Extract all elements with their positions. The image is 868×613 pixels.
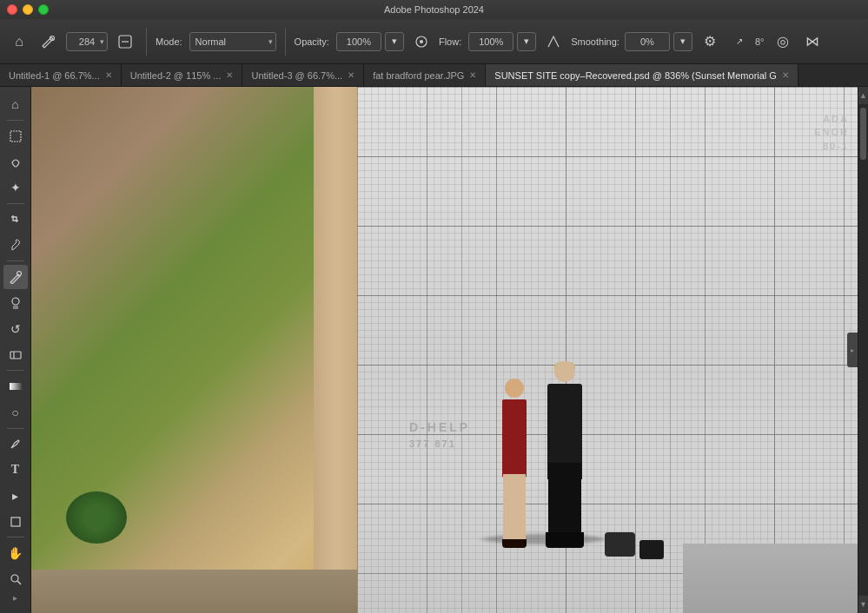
mode-dropdown[interactable]: Normal Multiply Screen: [189, 32, 276, 51]
opacity-input[interactable]: 100%: [336, 32, 381, 51]
canvas-content: ADA ENOR 80-1 D-HELP 377 871: [31, 87, 858, 613]
tab-close-3[interactable]: ✕: [469, 71, 476, 80]
canvas-scroll-right[interactable]: ▸: [847, 333, 858, 367]
angle-adj-icon[interactable]: ↗: [727, 30, 752, 54]
opacity-options-icon[interactable]: ▾: [385, 32, 404, 51]
lasso-tool[interactable]: [3, 149, 28, 174]
svg-point-7: [12, 298, 19, 305]
shape-tool[interactable]: [3, 510, 28, 534]
woman-head: [505, 379, 524, 398]
scrollbar-down-arrow[interactable]: ▼: [858, 596, 868, 613]
svg-rect-11: [11, 517, 20, 526]
angle-input-group: ↗ 8°: [727, 30, 766, 54]
hand-tool[interactable]: ✋: [3, 541, 28, 565]
flow-options-icon[interactable]: ▾: [517, 32, 536, 51]
tab-close-0[interactable]: ✕: [105, 71, 112, 80]
smoothing-input[interactable]: 0%: [625, 32, 670, 51]
woman-figure: [492, 379, 537, 548]
smoothing-options-icon[interactable]: ▾: [673, 32, 692, 51]
title-bar: Adobe Photoshop 2024: [0, 0, 868, 19]
left-sep-2: [7, 203, 24, 204]
history-brush-tool[interactable]: ↺: [3, 317, 28, 341]
move-tool[interactable]: ⌂: [3, 92, 28, 116]
svg-rect-5: [10, 131, 21, 142]
svg-rect-10: [10, 383, 22, 390]
zoom-tool[interactable]: [3, 567, 28, 591]
image-right-wall: ADA ENOR 80-1 D-HELP 377 871: [357, 87, 858, 613]
woman-legs: [503, 474, 526, 548]
tab-fat-bradford[interactable]: fat bradford pear.JPG ✕: [364, 64, 486, 86]
pen-tool[interactable]: [3, 432, 28, 457]
eyedropper-tool[interactable]: [3, 234, 28, 258]
brush-tool-icon[interactable]: [36, 30, 61, 54]
home-icon[interactable]: ⌂: [7, 30, 31, 54]
target-icon[interactable]: ◎: [771, 30, 795, 54]
settings-icon[interactable]: ⚙: [698, 30, 722, 54]
wall-text-top: ADA ENOR 80-1: [814, 113, 849, 153]
stone-column: [314, 87, 357, 613]
eraser-tool[interactable]: [3, 342, 28, 366]
svg-rect-8: [10, 352, 21, 359]
angle-icon[interactable]: [541, 30, 566, 54]
wall-vert-3: [670, 87, 671, 613]
dodge-tool[interactable]: ○: [3, 400, 28, 425]
crop-tool[interactable]: [3, 208, 28, 232]
opacity-input-group: 100% ▾: [336, 32, 404, 51]
wall-line-4: [357, 365, 858, 366]
tab-untitled-1[interactable]: Untitled-1 @ 66.7%... ✕: [0, 64, 122, 86]
airbrush-icon[interactable]: [409, 30, 434, 54]
scrollbar-right[interactable]: ▲ ▼: [858, 87, 868, 613]
angle-value-label: 8°: [755, 36, 765, 47]
wall-text-mid-line2: 377 871: [409, 437, 470, 452]
symmetry-icon[interactable]: ⋈: [800, 30, 825, 54]
brush-size-dropdown-wrapper[interactable]: 284: [66, 32, 108, 51]
svg-point-12: [11, 575, 18, 582]
svg-line-13: [17, 581, 21, 584]
canvas-area[interactable]: ADA ENOR 80-1 D-HELP 377 871: [31, 87, 858, 613]
bag-2: [639, 540, 664, 559]
type-tool[interactable]: T: [3, 458, 28, 482]
scrollbar-up-arrow[interactable]: ▲: [858, 87, 868, 104]
ground-pavement: [683, 544, 858, 613]
bag-1: [605, 532, 635, 557]
toolbar-scroll-arrow[interactable]: ▸: [13, 593, 17, 603]
tab-label: fat bradford pear.JPG: [373, 70, 464, 81]
separator-2: [285, 28, 286, 56]
wall-text-mid-line1: D-HELP: [409, 418, 470, 437]
maximize-button[interactable]: [38, 4, 49, 15]
tab-sunset-site[interactable]: SUNSET SITE copy–Recovered.psd @ 836% (S…: [486, 64, 798, 86]
tab-close-2[interactable]: ✕: [348, 71, 354, 80]
brush-options-icon[interactable]: [113, 30, 137, 54]
close-button[interactable]: [7, 4, 17, 15]
scrollbar-track[interactable]: [858, 161, 868, 596]
smoothing-input-group: 0% ▾: [625, 32, 692, 51]
flow-input[interactable]: 100%: [468, 32, 514, 51]
tab-untitled-3[interactable]: Untitled-3 @ 66.7%... ✕: [242, 64, 364, 86]
tab-untitled-2[interactable]: Untitled-2 @ 115% ... ✕: [122, 64, 243, 86]
left-sep-1: [7, 120, 24, 121]
woman-shoes: [502, 539, 527, 548]
mode-dropdown-wrapper[interactable]: Normal Multiply Screen: [189, 32, 276, 51]
selection-tool[interactable]: [3, 124, 28, 148]
toolbar: ⌂ 284 Mode: Normal Multiply Screen Opaci…: [0, 19, 868, 64]
woman-body: [502, 399, 527, 478]
path-select-tool[interactable]: ▸: [3, 484, 28, 508]
man-head: [554, 361, 575, 382]
tab-close-1[interactable]: ✕: [226, 71, 233, 80]
ground-left: [31, 570, 357, 613]
clone-stamp-tool[interactable]: [3, 291, 28, 315]
svg-point-4: [420, 40, 423, 43]
traffic-lights[interactable]: [7, 4, 49, 15]
wall-text-line2: ENOR: [814, 126, 849, 139]
gradient-tool[interactable]: [3, 374, 28, 399]
flow-label: Flow:: [439, 36, 461, 47]
left-sep-4: [7, 370, 24, 371]
scrollbar-thumb[interactable]: [860, 108, 866, 160]
brush-size-input[interactable]: 284: [66, 32, 108, 51]
magic-wand-tool[interactable]: ✦: [3, 175, 28, 200]
tab-label: Untitled-3 @ 66.7%...: [251, 70, 342, 81]
tab-close-4[interactable]: ✕: [782, 71, 789, 80]
brush-tool-left[interactable]: [3, 265, 28, 289]
separator-1: [146, 28, 147, 56]
minimize-button[interactable]: [23, 4, 33, 15]
